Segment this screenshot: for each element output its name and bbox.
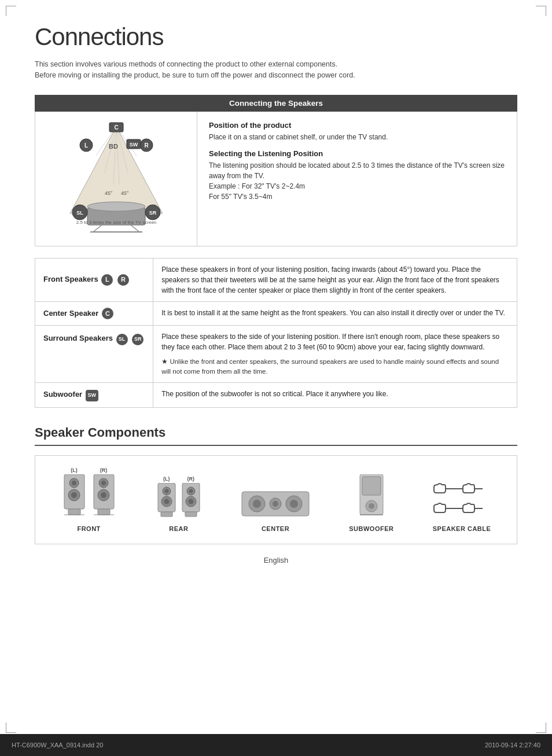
badge-R: R — [117, 274, 129, 286]
rear-speaker-L-icon — [156, 483, 178, 521]
language-label: English — [35, 556, 517, 565]
speaker-label-subwoofer: Subwoofer SW — [35, 383, 153, 408]
svg-point-60 — [290, 500, 298, 508]
svg-line-25 — [131, 225, 139, 232]
svg-point-44 — [164, 489, 168, 493]
badge-C: C — [102, 308, 113, 319]
speaker-cable-icon — [433, 480, 491, 521]
svg-point-46 — [164, 499, 169, 504]
listening-text: The listening position should be located… — [209, 160, 505, 202]
svg-point-30 — [72, 481, 76, 485]
component-center: CENTER — [241, 489, 310, 532]
front-speaker-R-icon — [91, 474, 117, 521]
listening-title: Selecting the Listening Position — [209, 149, 505, 158]
table-row: Center Speaker C It is best to install i… — [35, 301, 517, 325]
subwoofer-icon — [354, 474, 389, 521]
corner-mark-bl — [6, 722, 16, 733]
rear-speaker-R-icon — [180, 483, 202, 521]
speaker-desc-subwoofer: The position of the subwoofer is not so … — [153, 383, 517, 408]
svg-text:R: R — [144, 142, 149, 149]
component-rear: (L) (R) — [156, 476, 202, 532]
badge-SR: SR — [132, 334, 143, 345]
component-subwoofer-label: SUBWOOFER — [349, 525, 393, 532]
corner-mark-br — [536, 722, 546, 733]
table-row: Subwoofer SW The position of the subwoof… — [35, 383, 517, 408]
svg-text:45°: 45° — [105, 190, 113, 196]
intro-text: This section involves various methods of… — [35, 59, 517, 81]
badge-SW: SW — [86, 390, 98, 401]
position-text: Place it on a stand or cabinet shelf, or… — [209, 132, 505, 142]
badge-L: L — [101, 274, 113, 286]
svg-point-39 — [101, 492, 106, 498]
svg-text:C: C — [114, 124, 118, 131]
speaker-desc-front: Place these speakers in front of your li… — [153, 258, 517, 301]
footer: HT-C6900W_XAA_0914.indd 20 2010-09-14 2:… — [0, 734, 552, 756]
svg-point-32 — [71, 492, 77, 498]
svg-point-2 — [87, 202, 145, 211]
svg-rect-33 — [68, 509, 80, 515]
page-title: Connections — [35, 23, 517, 51]
component-center-label: CENTER — [262, 525, 289, 532]
svg-text:SR: SR — [149, 210, 156, 216]
components-title: Speaker Components — [35, 425, 517, 440]
section-header: Connecting the Speakers — [35, 95, 517, 112]
footer-right: 2010-09-14 2:27:40 — [485, 742, 540, 748]
speaker-label-front: Front Speakers L R — [35, 258, 153, 301]
svg-text:SL: SL — [76, 210, 83, 216]
speaker-diagram: L R C BD SW SL SR 45° — [47, 121, 186, 237]
svg-point-56 — [253, 500, 261, 508]
corner-mark-tr — [536, 6, 546, 16]
speaker-label-center: Center Speaker C — [35, 301, 153, 325]
corner-mark-tl — [6, 6, 16, 16]
components-divider — [35, 445, 517, 446]
components-box: (L) (R) — [35, 455, 517, 544]
svg-line-24 — [93, 225, 102, 232]
component-front-label: FRONT — [77, 525, 100, 532]
component-speaker-cable-label: SPEAKER CABLE — [433, 525, 491, 532]
badge-SL: SL — [116, 334, 128, 345]
diagram-area: L R C BD SW SL SR 45° — [35, 112, 197, 246]
speaker-desc-surround: Place these speakers to the side of your… — [153, 325, 517, 383]
speaker-label-surround: Surround Speakers SL SR — [35, 325, 153, 383]
svg-text:45°: 45° — [121, 190, 129, 196]
speaker-desc-center: It is best to install it at the same hei… — [153, 301, 517, 325]
svg-point-50 — [189, 489, 193, 493]
svg-text:L: L — [84, 142, 87, 149]
svg-point-58 — [273, 501, 278, 507]
svg-rect-62 — [362, 477, 381, 495]
center-speaker-icon — [241, 489, 310, 521]
info-area: Position of the product Place it on a st… — [197, 112, 517, 246]
speakers-section: L R C BD SW SL SR 45° — [35, 112, 517, 246]
svg-point-52 — [188, 499, 193, 504]
footer-left: HT-C6900W_XAA_0914.indd 20 — [12, 742, 103, 748]
table-row: Front Speakers L R Place these speakers … — [35, 258, 517, 301]
component-speaker-cable: SPEAKER CABLE — [433, 480, 491, 532]
svg-text:BD: BD — [109, 143, 118, 150]
svg-rect-53 — [185, 512, 197, 517]
component-rear-label: REAR — [169, 525, 188, 532]
svg-point-64 — [369, 503, 374, 509]
svg-rect-40 — [98, 509, 110, 515]
position-title: Position of the product — [209, 121, 505, 130]
svg-point-37 — [101, 481, 106, 485]
component-subwoofer: SUBWOOFER — [349, 474, 393, 532]
table-row: Surround Speakers SL SR Place these spea… — [35, 325, 517, 383]
svg-rect-47 — [161, 512, 172, 517]
svg-text:SW: SW — [129, 142, 138, 147]
svg-text:2.5 to 3 times the size of the: 2.5 to 3 times the size of the TV screen — [76, 220, 156, 225]
front-speaker-L-icon — [61, 474, 87, 521]
surround-note: ★ Unlike the front and center speakers, … — [161, 357, 509, 377]
component-front: (L) (R) — [61, 467, 117, 532]
speaker-table: Front Speakers L R Place these speakers … — [35, 258, 517, 408]
